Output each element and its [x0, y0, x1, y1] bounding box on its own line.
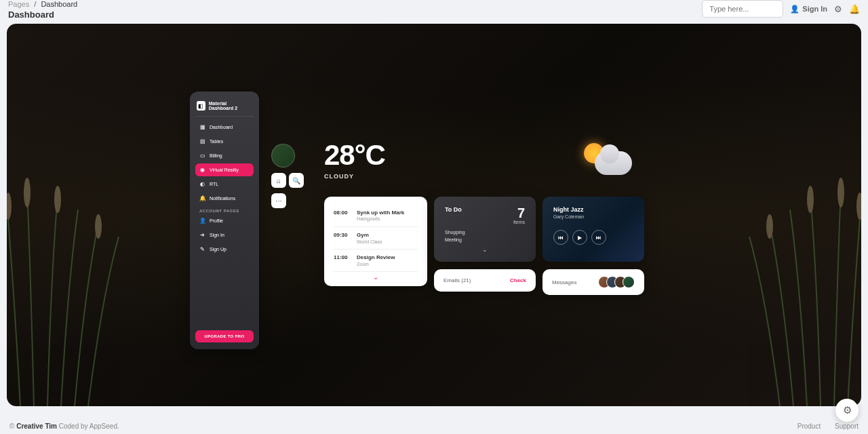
svg-point-2: [54, 186, 61, 213]
gear-icon: ⚙: [843, 404, 852, 416]
sidebar-item-label: Tables: [210, 139, 223, 144]
emails-label: Emails (21): [443, 277, 471, 283]
schedule-title: Synk up with Mark Hangouts: [357, 210, 418, 222]
sidebar-section-label: ACCOUNT PAGES: [195, 206, 254, 214]
search-input[interactable]: [702, 0, 783, 18]
schedule-title: Design Review: [357, 254, 418, 260]
home-button[interactable]: ⌂: [271, 173, 286, 188]
search-icon: 🔍: [292, 177, 300, 184]
todo-list: Shopping Meeting: [445, 229, 525, 243]
signin-label: Sign In: [802, 5, 827, 13]
user-avatar[interactable]: [271, 144, 295, 167]
chevron-down-icon: ⌄: [373, 273, 378, 281]
prev-icon: ⏮: [558, 235, 564, 241]
schedule-title: Gym: [357, 232, 418, 238]
messages-label: Messages: [552, 279, 576, 285]
svg-point-0: [7, 193, 12, 220]
music-card: Night Jazz Gary Coleman ⏮ ▶ ⏭: [542, 197, 644, 262]
schedule-time: 08:00: [334, 210, 350, 222]
page-title: Dashboard: [8, 9, 77, 20]
sidebar-item-label: Sign In: [210, 233, 224, 237]
sidebar-item-profile[interactable]: 👤Profile: [195, 214, 254, 227]
sidebar-item-label: Sign Up: [210, 247, 226, 252]
schedule-row[interactable]: 08:00 Synk up with Mark Hangouts: [334, 205, 418, 227]
footer-copyright: © Creative Tim Coded by AppSeed.: [9, 422, 119, 430]
sidebar-item-signup[interactable]: ✎Sign Up: [195, 243, 254, 256]
footer-link-product[interactable]: Product: [797, 422, 821, 430]
weather-description: CLOUDY: [324, 173, 385, 180]
rtl-icon: ◐: [199, 181, 205, 187]
emails-check-link[interactable]: Check: [510, 277, 526, 283]
more-icon: ⋯: [275, 197, 282, 205]
search-button[interactable]: 🔍: [289, 173, 304, 188]
sidebar-item-label: Dashboard: [210, 125, 233, 130]
billing-icon: ▭: [199, 153, 205, 159]
weather-temperature: 28°C: [324, 139, 385, 172]
dashboard-icon: ▦: [199, 124, 205, 130]
avatar-stack: [602, 276, 635, 288]
svg-point-7: [766, 214, 773, 239]
decoration-grass-right: [726, 149, 861, 406]
more-button[interactable]: ⋯: [271, 193, 286, 208]
cloud-icon: [595, 151, 632, 175]
home-icon: ⌂: [277, 177, 281, 184]
sidebar-item-dashboard[interactable]: ▦Dashboard: [195, 121, 254, 134]
breadcrumb: Pages / Dashboard: [8, 0, 77, 8]
settings-icon[interactable]: ⚙: [834, 4, 842, 14]
todo-expand[interactable]: ⌄: [445, 246, 525, 253]
music-artist: Gary Coleman: [553, 214, 633, 219]
weather-widget: 28°C CLOUDY: [324, 139, 385, 180]
decoration-grass-left: [7, 149, 142, 406]
schedule-time: 11:00: [334, 254, 350, 267]
chevron-down-icon: ⌄: [482, 246, 488, 253]
bell-icon[interactable]: 🔔: [849, 4, 860, 14]
svg-point-4: [856, 193, 861, 220]
sidebar-item-billing[interactable]: ▭Billing: [195, 149, 254, 162]
sidebar-item-label: RTL: [210, 182, 218, 186]
sidebar-item-notifications[interactable]: 🔔Notifications: [195, 192, 254, 205]
music-next-button[interactable]: ⏭: [591, 230, 606, 245]
sidebar-header: ◧ Material Dashboard 2: [195, 98, 254, 117]
profile-icon: 👤: [199, 218, 205, 224]
svg-point-5: [837, 178, 844, 208]
next-icon: ⏭: [596, 235, 601, 241]
sidebar-item-virtual-reality[interactable]: ◉Virtual Reality: [195, 163, 254, 176]
main-stage: ◧ Material Dashboard 2 ▦Dashboard ▤Table…: [7, 24, 861, 406]
breadcrumb-root[interactable]: Pages: [8, 0, 29, 8]
sidebar-item-label: Notifications: [210, 196, 235, 201]
floating-settings-button[interactable]: ⚙: [835, 399, 859, 422]
schedule-subtitle: World Class: [357, 239, 418, 244]
notifications-icon: 🔔: [199, 195, 205, 201]
sidebar-item-signin[interactable]: ➔Sign In: [195, 229, 254, 241]
footer-link-support[interactable]: Support: [835, 422, 859, 430]
schedule-row[interactable]: 09:30 Gym World Class: [334, 227, 418, 250]
schedule-expand[interactable]: ⌄: [334, 272, 418, 281]
avatar-column: ⌂ 🔍 ⋯: [271, 144, 304, 208]
svg-point-3: [95, 214, 102, 239]
signin-link[interactable]: 👤 Sign In: [790, 5, 827, 14]
breadcrumb-separator: /: [34, 0, 36, 8]
svg-point-1: [24, 178, 31, 208]
sidebar-item-tables[interactable]: ▤Tables: [195, 135, 254, 148]
sidebar-item-rtl[interactable]: ◐RTL: [195, 178, 254, 191]
todo-title: To Do: [445, 206, 462, 213]
play-icon: ▶: [578, 235, 582, 241]
todo-items-label: Items: [513, 220, 525, 224]
sidebar: ◧ Material Dashboard 2 ▦Dashboard ▤Table…: [190, 92, 259, 349]
schedule-row[interactable]: 11:00 Design Review Zoom: [334, 250, 418, 272]
brand-name: Material Dashboard 2: [209, 101, 252, 111]
schedule-time: 09:30: [334, 232, 350, 244]
todo-item: Shopping: [445, 229, 525, 236]
sidebar-item-label: Virtual Reality: [210, 167, 239, 172]
schedule-subtitle: Zoom: [357, 262, 418, 267]
messages-card[interactable]: Messages: [542, 269, 644, 295]
avatar: [623, 276, 635, 288]
tables-icon: ▤: [199, 138, 205, 144]
todo-count: 7: [513, 206, 525, 220]
todo-item: Meeting: [445, 236, 525, 243]
music-prev-button[interactable]: ⏮: [553, 230, 568, 245]
signup-icon: ✎: [199, 246, 205, 252]
music-play-button[interactable]: ▶: [572, 230, 587, 245]
user-icon: 👤: [790, 5, 800, 14]
upgrade-button[interactable]: UPGRADE TO PRO: [195, 330, 254, 342]
